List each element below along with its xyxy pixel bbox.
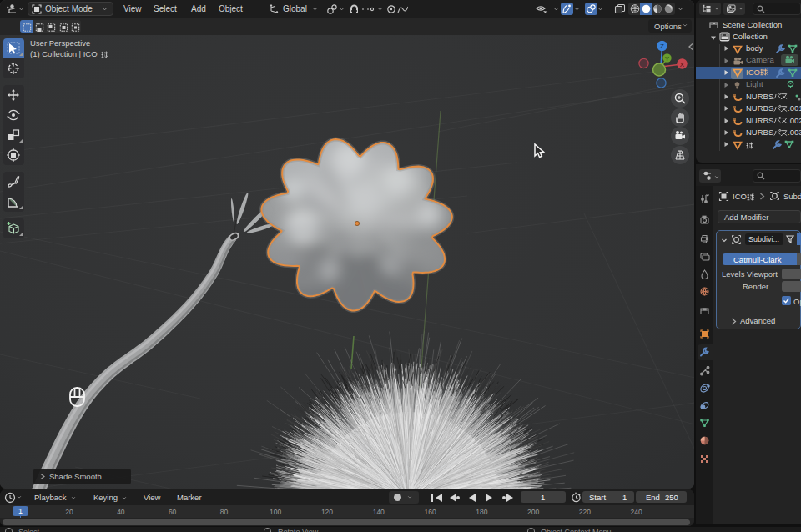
svg-text:X: X xyxy=(680,61,685,68)
svg-text:Z: Z xyxy=(660,43,664,50)
svg-text:Y: Y xyxy=(665,55,669,63)
